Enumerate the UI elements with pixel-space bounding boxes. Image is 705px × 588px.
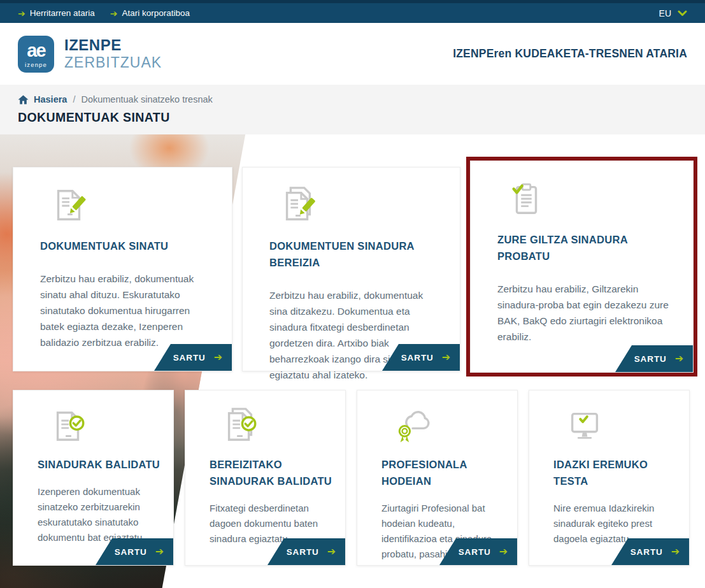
language-selector[interactable]: EU (659, 8, 687, 18)
arrow-right-icon: ➔ (214, 352, 223, 362)
card-title: DOKUMENTUAK SINATU (40, 238, 210, 254)
topbar-links: ➔ Herritarren ataria ➔ Atari korporatibo… (18, 8, 190, 18)
logo-name: izenpe (25, 61, 47, 68)
cloud-certificate-icon (393, 406, 504, 448)
topbar-link-label: Atari korporatiboa (122, 8, 190, 18)
logo-ae-symbol: ae (27, 41, 45, 60)
sartu-button[interactable]: SARTU ➔ (615, 345, 693, 372)
arrow-right-icon: ➔ (327, 547, 336, 557)
service-card: SINADURAK BALIDATU Izenperen dokumentuak… (13, 390, 174, 566)
sartu-button-label: SARTU (173, 353, 206, 362)
sartu-button-label: SARTU (459, 547, 491, 557)
chevron-down-icon (678, 10, 687, 17)
breadcrumb-home-link[interactable]: Hasiera (18, 94, 67, 104)
card-description: Zerbitzu hau erabiliz, dokumentuak sinat… (40, 271, 210, 350)
cards-row-2: SINADURAK BALIDATU Izenperen dokumentuak… (13, 390, 690, 566)
main-content: DOKUMENTUAK SINATU Zerbitzu hau erabiliz… (0, 134, 705, 588)
brand-text: IZENPE ZERBITZUAK (64, 36, 162, 71)
card-description: Zerbitzu hau erabiliz, Giltzarekin sinad… (497, 281, 671, 345)
card-title: ZURE GILTZA SINADURA PROBATU (497, 231, 671, 264)
site-header: ae izenpe IZENPE ZERBITZUAK IZENPEren KU… (0, 23, 705, 85)
breadcrumb-current: Dokumentuak sinatzeko tresnak (81, 94, 212, 104)
arrow-right-icon: ➔ (671, 547, 680, 557)
card-title: PROFESIONALA HODEIAN (381, 456, 504, 489)
arrow-right-icon: ➔ (18, 9, 25, 18)
document-check-icon (49, 406, 160, 448)
service-card: IDAZKI EREMUKO TESTA Nire eremua Idazkir… (529, 390, 690, 566)
izenpe-logo[interactable]: ae izenpe (18, 36, 54, 73)
sartu-button-label: SARTU (115, 547, 147, 557)
documents-check-icon (221, 406, 332, 448)
service-card: DOKUMENTUEN SINADURA BEREIZIA Zerbitzu h… (242, 167, 460, 371)
sartu-button-label: SARTU (634, 354, 667, 364)
documents-pencil-icon (278, 185, 438, 227)
card-title: IDAZKI EREMUKO TESTA (553, 456, 676, 489)
breadcrumb-bar: Hasiera / Dokumentuak sinatzeko tresnak … (0, 85, 705, 134)
topbar-link-label: Herritarren ataria (30, 8, 95, 18)
sartu-button-label: SARTU (401, 353, 434, 362)
service-card: BEREIZITAKO SINADURAK BALIDATU Fitxategi… (185, 390, 346, 566)
card-description: Izenperen dokumentuak sinatzeko zerbitzu… (38, 484, 160, 545)
portal-title: IZENPEren KUDEAKETA-TRESNEN ATARIA (453, 47, 687, 61)
breadcrumb-separator: / (73, 94, 75, 104)
arrow-right-icon: ➔ (442, 352, 451, 362)
arrow-right-icon: ➔ (155, 547, 164, 557)
clipboard-check-icon (506, 179, 671, 221)
card-title: DOKUMENTUEN SINADURA BEREIZIA (269, 238, 438, 271)
card-title: BEREIZITAKO SINADURAK BALIDATU (210, 456, 332, 489)
breadcrumb: Hasiera / Dokumentuak sinatzeko tresnak (18, 94, 687, 104)
arrow-right-icon: ➔ (499, 547, 508, 557)
breadcrumb-home-label: Hasiera (34, 94, 67, 104)
cards-row-1: DOKUMENTUAK SINATU Zerbitzu hau erabiliz… (13, 167, 694, 373)
service-card-highlighted: ZURE GILTZA SINADURA PROBATU Zerbitzu ha… (470, 161, 694, 373)
brand-line2: ZERBITZUAK (64, 54, 162, 71)
sartu-button-label: SARTU (630, 547, 663, 557)
document-pencil-icon (49, 185, 210, 227)
page-title: DOKUMENTUAK SINATU (18, 110, 687, 125)
topbar: ➔ Herritarren ataria ➔ Atari korporatibo… (0, 0, 705, 23)
card-title: SINADURAK BALIDATU (38, 456, 160, 473)
home-icon (18, 95, 29, 104)
service-card: DOKUMENTUAK SINATU Zerbitzu hau erabiliz… (13, 167, 232, 371)
topbar-link-citizen-portal[interactable]: ➔ Herritarren ataria (18, 8, 95, 18)
brand-line1: IZENPE (64, 36, 162, 54)
monitor-check-icon (565, 406, 676, 448)
topbar-link-corporate-portal[interactable]: ➔ Atari korporatiboa (110, 8, 190, 18)
service-card: PROFESIONALA HODEIAN Ziurtagiri Profesio… (357, 390, 518, 566)
language-code: EU (659, 8, 671, 18)
sartu-button-label: SARTU (287, 547, 319, 557)
arrow-right-icon: ➔ (110, 9, 118, 18)
arrow-right-icon: ➔ (675, 354, 684, 364)
